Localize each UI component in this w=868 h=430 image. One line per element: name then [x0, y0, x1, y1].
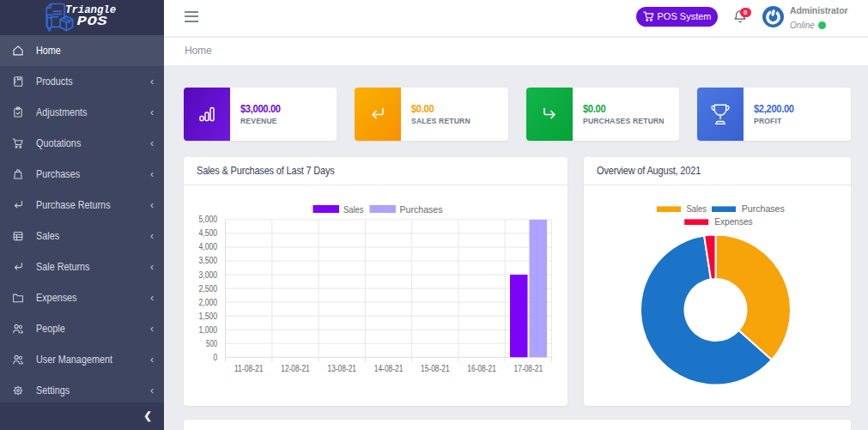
svg-text:500: 500: [206, 339, 217, 348]
svg-text:17-08-21: 17-08-21: [513, 364, 543, 373]
svg-text:5,000: 5,000: [198, 215, 217, 224]
svg-text:2,500: 2,500: [198, 284, 217, 294]
svg-text:1,500: 1,500: [198, 312, 217, 321]
svg-text:Sales: Sales: [343, 204, 364, 215]
svg-text:16-08-21: 16-08-21: [467, 364, 496, 373]
svg-text:Sales: Sales: [686, 203, 707, 214]
svg-text:4,000: 4,000: [198, 242, 217, 251]
svg-text:13-08-21: 13-08-21: [327, 364, 356, 373]
svg-text:0: 0: [213, 353, 217, 362]
svg-text:1,000: 1,000: [198, 325, 217, 335]
svg-text:2,000: 2,000: [198, 298, 217, 307]
svg-text:Purchases: Purchases: [399, 204, 442, 215]
svg-text:15-08-21: 15-08-21: [421, 364, 450, 373]
svg-text:14-08-21: 14-08-21: [373, 364, 403, 373]
svg-text:3,500: 3,500: [198, 256, 217, 265]
svg-text:Expenses: Expenses: [714, 216, 753, 227]
svg-text:4,500: 4,500: [198, 228, 217, 238]
svg-text:12-08-21: 12-08-21: [281, 364, 310, 373]
svg-text:Purchases: Purchases: [741, 203, 784, 214]
svg-text:3,000: 3,000: [198, 270, 217, 280]
svg-text:11-08-21: 11-08-21: [234, 364, 263, 373]
